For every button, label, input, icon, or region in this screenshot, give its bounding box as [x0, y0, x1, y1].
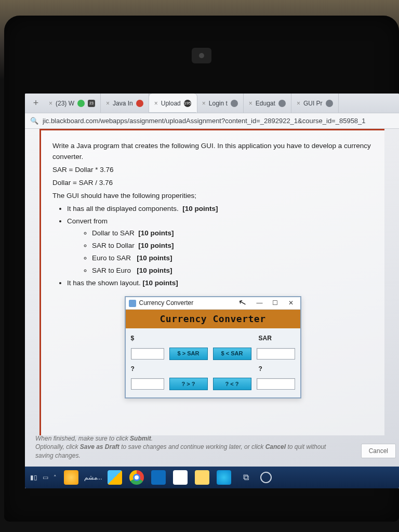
label-right-currency: SAR: [257, 334, 295, 343]
close-icon[interactable]: ✕: [285, 298, 297, 308]
formula-sar: SAR = Dollar * 3.76: [52, 165, 373, 176]
url-text: jic.blackboard.com/webapps/assignment/up…: [43, 117, 394, 125]
cancel-button[interactable]: Cancel: [361, 444, 396, 458]
webcam: [192, 48, 211, 63]
action-center-icon: ▭: [43, 474, 48, 481]
close-icon[interactable]: ×: [249, 100, 252, 107]
bullet-components: It has all the displayed components. [10…: [67, 204, 373, 215]
tab-label: (23) W: [56, 100, 74, 107]
btn-dollar-to-sar[interactable]: $ > SAR: [169, 348, 208, 360]
favicon-icon: [231, 100, 238, 107]
tab-4[interactable]: × Edugat: [244, 94, 291, 113]
close-icon[interactable]: ×: [297, 100, 300, 107]
laptop-bezel: + × (23) W 23 × Java In × Upload 195 × L…: [4, 16, 399, 522]
tab-1[interactable]: × Java In: [101, 94, 149, 113]
tab-0[interactable]: × (23) W 23: [44, 94, 101, 113]
mail-icon[interactable]: [151, 470, 166, 485]
tab-5[interactable]: × GUI Pr: [291, 94, 339, 113]
edge-icon[interactable]: [217, 470, 231, 485]
tab-3[interactable]: × Login t: [197, 94, 244, 113]
gui-banner: Currency Converter: [126, 310, 300, 328]
address-bar[interactable]: 🔍 jic.blackboard.com/webapps/assignment/…: [25, 113, 399, 129]
close-icon[interactable]: ×: [49, 100, 52, 107]
new-tab-button[interactable]: +: [28, 94, 44, 113]
list-item: SAR to Euro [10 points]: [92, 265, 373, 276]
tab-label: Edugat: [256, 100, 275, 107]
favicon-icon: [77, 100, 85, 107]
file-explorer-icon[interactable]: [195, 470, 209, 485]
weather-widget[interactable]: مشم...: [86, 470, 100, 485]
input-q-right[interactable]: [257, 378, 295, 390]
favicon-icon: [136, 100, 143, 107]
close-icon[interactable]: ×: [106, 100, 110, 107]
assignment-card: Write a Java program that creates the fo…: [39, 129, 384, 435]
tab-label: Login t: [209, 100, 228, 107]
page-content: Write a Java program that creates the fo…: [25, 129, 399, 488]
maximize-icon[interactable]: ☐: [269, 298, 282, 308]
windows-taskbar: ▮▯ ▭ ˄ مشم... ⧉: [25, 467, 399, 488]
properties-lead: The GUI should have the following proper…: [52, 191, 373, 202]
btn-sar-to-dollar[interactable]: $ < SAR: [213, 348, 251, 360]
start-icon[interactable]: [108, 470, 122, 485]
input-dollar[interactable]: [131, 348, 164, 360]
chrome-icon[interactable]: [129, 470, 144, 485]
browser-tabstrip: + × (23) W 23 × Java In × Upload 195 × L…: [25, 94, 399, 113]
bullet-layout: It has the shown layout. [10 points]: [67, 278, 373, 289]
battery-icon: ▮▯: [30, 474, 37, 481]
cortana-icon[interactable]: [260, 472, 272, 483]
label-q-left: ?: [131, 364, 164, 374]
list-item: Euro to SAR [10 points]: [92, 253, 373, 264]
tab-badge: 195: [184, 100, 191, 107]
close-icon[interactable]: ×: [154, 100, 158, 107]
formula-dollar: Dollar = SAR / 3.76: [52, 178, 373, 189]
minimize-icon[interactable]: —: [254, 298, 266, 308]
favicon-icon: [278, 100, 286, 107]
assignment-intro: Write a Java program that creates the fo…: [52, 141, 373, 163]
gui-mock-window: Currency Converter — ☐ ✕ Currency Conver…: [125, 296, 301, 398]
btn-q-from[interactable]: ? < ?: [213, 378, 251, 390]
store-icon[interactable]: [173, 470, 188, 485]
bullet-convert-from: Convert from Dollar to SAR [10 points] S…: [67, 216, 373, 277]
input-sar[interactable]: [257, 348, 295, 360]
search-icon: 🔍: [30, 117, 38, 125]
java-icon: [129, 300, 136, 307]
chevron-up-icon[interactable]: ˄: [54, 474, 57, 481]
btn-q-to[interactable]: ? > ?: [169, 378, 208, 390]
task-view-icon[interactable]: ⧉: [238, 470, 253, 485]
input-q-left[interactable]: [131, 378, 164, 390]
gui-window-title: Currency Converter: [139, 298, 250, 308]
list-item: Dollar to SAR [10 points]: [92, 228, 373, 239]
list-item: SAR to Dollar [10 points]: [92, 241, 373, 251]
submit-hint: When finished, make sure to click Submit…: [35, 434, 337, 460]
system-tray[interactable]: ▮▯ ▭ ˄: [30, 474, 57, 481]
favicon-icon: [326, 100, 333, 107]
tab-label: Upload: [161, 100, 181, 107]
tab-badge: 23: [88, 100, 95, 107]
label-q-right: ?: [257, 364, 295, 374]
tab-label: Java In: [113, 100, 133, 107]
sun-icon[interactable]: [64, 470, 78, 485]
tab-2[interactable]: × Upload 195: [149, 94, 197, 113]
tab-label: GUI Pr: [303, 100, 323, 107]
laptop-screen: + × (23) W 23 × Java In × Upload 195 × L…: [25, 94, 399, 488]
gui-titlebar: Currency Converter — ☐ ✕: [126, 297, 300, 310]
close-icon[interactable]: ×: [202, 100, 206, 107]
label-left-currency: $: [131, 334, 164, 343]
